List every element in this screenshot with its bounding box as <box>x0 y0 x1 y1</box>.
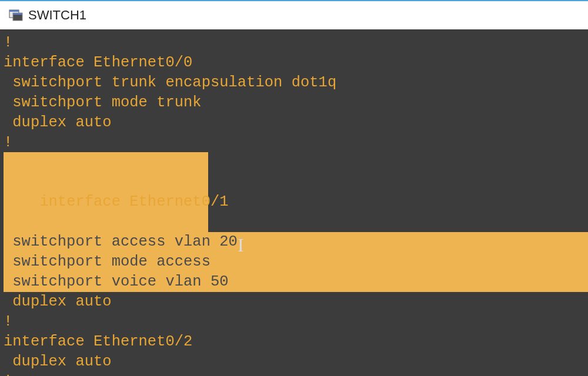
terminal-line: ! <box>4 371 588 376</box>
terminal-output[interactable]: ! interface Ethernet0/0 switchport trunk… <box>0 29 588 376</box>
terminal-line: ! <box>4 133 588 153</box>
window-title: SWITCH1 <box>28 8 86 23</box>
terminal-line: interface Ethernet0/0 <box>4 53 588 73</box>
terminal-line-selected: switchport access vlan 20 <box>4 232 588 252</box>
terminal-line: ! <box>4 312 588 332</box>
title-bar: SWITCH1 <box>0 0 588 29</box>
terminal-line: switchport mode trunk <box>4 93 588 113</box>
text-cursor-icon: I <box>238 233 244 258</box>
terminal-line: duplex auto <box>4 292 588 312</box>
terminal-line: interface Ethernet0/1 <box>4 152 588 232</box>
terminal-line: duplex auto <box>4 113 588 133</box>
terminal-line: duplex auto <box>4 352 588 372</box>
svg-rect-3 <box>13 13 22 15</box>
terminal-line: interface Ethernet0/2 <box>4 332 588 352</box>
selection-highlight <box>4 152 208 232</box>
terminal-icon <box>8 9 24 22</box>
terminal-line-selected: switchport mode access <box>4 252 588 272</box>
terminal-line-selected: switchport voice vlan 50 <box>4 272 588 292</box>
svg-rect-1 <box>9 10 19 12</box>
terminal-line: switchport trunk encapsulation dot1q <box>4 73 588 93</box>
terminal-line: ! <box>4 33 588 53</box>
